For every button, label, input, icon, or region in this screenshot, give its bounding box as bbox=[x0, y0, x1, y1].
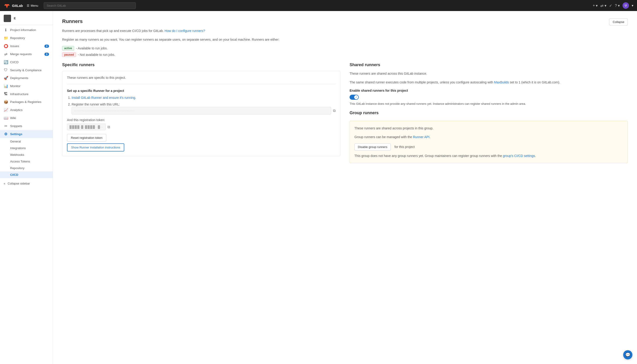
sidebar-sub-item-cicd[interactable]: CI/CD bbox=[0, 172, 53, 178]
cicd-icon: 🔄 bbox=[4, 60, 8, 64]
sidebar-nav-item-analytics[interactable]: 📈 Analytics bbox=[0, 106, 53, 114]
sidebar-nav-item-project-information[interactable]: ℹ Project information bbox=[0, 26, 53, 34]
sidebar-item-label: CI/CD bbox=[10, 60, 19, 64]
sidebar-sub-item-repository[interactable]: Repository bbox=[0, 165, 53, 172]
paused-badge: paused bbox=[62, 52, 76, 57]
sidebar-nav-item-infrastructure[interactable]: 🏗 Infrastructure bbox=[0, 90, 53, 98]
sidebar-nav-item-packages-registries[interactable]: 📦 Packages & Registries bbox=[0, 98, 53, 106]
sidebar: E ℹ Project information 📁 Repository ⭕ I… bbox=[0, 11, 53, 364]
infrastructure-icon: 🏗 bbox=[4, 92, 8, 96]
sidebar-nav-item-repository[interactable]: 📁 Repository bbox=[0, 34, 53, 42]
sidebar-item-label: Project information bbox=[10, 28, 36, 32]
gitlab-logo[interactable]: GitLab bbox=[4, 2, 23, 9]
sidebar-nav-item-settings[interactable]: ⚙ Settings bbox=[0, 130, 53, 138]
topnav-actions: + ▾ ⇄ ▾ ✓ ? ▾ U ▾ bbox=[593, 2, 633, 9]
sidebar-item-label: Snippets bbox=[10, 124, 22, 128]
enable-shared-runners-toggle[interactable]: ✓ bbox=[350, 95, 359, 100]
for-project-text: for this project bbox=[394, 145, 415, 149]
specific-runners-section: Specific runners These runners are speci… bbox=[62, 62, 340, 163]
avatar[interactable]: U bbox=[622, 2, 629, 9]
sidebar-item-label: Packages & Registries bbox=[10, 100, 41, 104]
avatar-chevron[interactable]: ▾ bbox=[632, 4, 633, 7]
merge-requests-badge: 0 bbox=[44, 52, 49, 56]
specific-runners-title: Specific runners bbox=[62, 62, 340, 67]
group-runners-box: These runners are shared across projects… bbox=[350, 121, 628, 163]
sidebar-nav-item-issues[interactable]: ⭕ Issues 0 bbox=[0, 42, 53, 50]
sidebar-item-label: Analytics bbox=[10, 108, 23, 112]
new-item-button[interactable]: + ▾ bbox=[593, 4, 598, 8]
badge-active-item: active - Available to run jobs. bbox=[62, 46, 628, 50]
group-runners-note: This group does not have any group runne… bbox=[354, 153, 623, 158]
project-header: E bbox=[0, 13, 53, 25]
enable-note: This GitLab instance does not provide an… bbox=[350, 102, 628, 106]
menu-button[interactable]: ☰ Menu bbox=[27, 4, 39, 7]
shared-runners-desc2: The same shared runner executes code fro… bbox=[350, 80, 628, 85]
collapse-icon: « bbox=[4, 182, 5, 185]
search-input[interactable] bbox=[44, 2, 136, 9]
copy-token-button[interactable]: ⧉ bbox=[107, 125, 110, 129]
badge-paused-item: paused - Not available to run jobs. bbox=[62, 52, 628, 57]
sidebar-sub-item-label: Access Tokens bbox=[10, 160, 30, 163]
runners-badge-list: active - Available to run jobs. paused -… bbox=[62, 46, 628, 57]
issues-icon: ⭕ bbox=[4, 44, 8, 48]
settings-icon: ⚙ bbox=[4, 132, 8, 136]
group-runners-manage: Group runners can be managed with the Ru… bbox=[354, 134, 623, 140]
disable-group-runners-button[interactable]: Disable group runners bbox=[354, 144, 391, 150]
sidebar-nav-item-wiki[interactable]: 📖 Wiki bbox=[0, 114, 53, 122]
sidebar-sub-item-webhooks[interactable]: Webhooks bbox=[0, 152, 53, 158]
shared-runners-section: Shared runners These runners are shared … bbox=[350, 62, 628, 163]
shared-runners-title: Shared runners bbox=[350, 62, 628, 67]
runners-header: Runners Collapse bbox=[62, 18, 628, 26]
toggle-knob: ✓ bbox=[354, 95, 358, 99]
specific-runners-box: These runners are specific to this proje… bbox=[62, 71, 340, 156]
sidebar-item-label: Infrastructure bbox=[10, 92, 29, 96]
install-runner-link[interactable]: Install GitLab Runner and ensure it's ru… bbox=[72, 96, 136, 100]
setup-title: Set up a specific Runner for a project bbox=[67, 89, 336, 92]
settings-sub-menu: General Integrations Webhooks Access Tok… bbox=[0, 138, 53, 178]
sidebar-sub-item-access-tokens[interactable]: Access Tokens bbox=[0, 158, 53, 165]
token-label: And this registration token: bbox=[67, 118, 336, 122]
sidebar-nav-item-cicd[interactable]: 🔄 CI/CD bbox=[0, 58, 53, 66]
paused-badge-desc: - Not available to run jobs. bbox=[78, 53, 115, 56]
reset-registration-token-button[interactable]: Reset registration token bbox=[67, 134, 106, 142]
sidebar-item-label: Wiki bbox=[10, 116, 16, 120]
sidebar-item-label: Monitor bbox=[10, 84, 21, 88]
todo-icon-btn[interactable]: ✓ bbox=[609, 4, 612, 8]
sidebar-item-label: Deployments bbox=[10, 76, 28, 80]
collapse-button[interactable]: Collapse bbox=[609, 18, 628, 26]
sidebar-sub-item-label: General bbox=[10, 140, 21, 143]
shared-runners-info: These runners are shared across this Git… bbox=[350, 71, 628, 163]
runner-action-buttons: Reset registration token Show Runner ins… bbox=[67, 134, 336, 152]
snippets-icon: ✂ bbox=[4, 124, 8, 128]
help-icon-btn[interactable]: ? ▾ bbox=[615, 4, 620, 8]
runners-two-column-layout: Specific runners These runners are speci… bbox=[62, 62, 628, 163]
top-navigation: GitLab ☰ Menu + ▾ ⇄ ▾ ✓ ? ▾ U ▾ bbox=[0, 0, 637, 11]
sidebar-sub-item-label: CI/CD bbox=[10, 173, 18, 176]
gitlab-wordmark: GitLab bbox=[12, 4, 23, 8]
enable-shared-runners-section: Enable shared runners for this project ✓… bbox=[350, 89, 628, 106]
sidebar-nav-item-merge-requests[interactable]: ⇄ Merge requests 0 bbox=[0, 50, 53, 58]
collapse-sidebar-button[interactable]: « Collapse sidebar bbox=[0, 180, 53, 187]
sidebar-nav-item-deployments[interactable]: 🚀 Deployments bbox=[0, 74, 53, 82]
chat-support-button[interactable]: 💬 bbox=[623, 350, 632, 360]
active-badge-desc: - Available to run jobs. bbox=[76, 46, 108, 50]
registration-token-field: ████·█·████··█·· bbox=[67, 124, 106, 130]
sidebar-nav-item-snippets[interactable]: ✂ Snippets bbox=[0, 122, 53, 130]
group-runners-desc: These runners are shared across projects… bbox=[354, 126, 623, 131]
issues-badge: 0 bbox=[44, 44, 49, 48]
merge-requests-icon-btn[interactable]: ⇄ ▾ bbox=[600, 4, 606, 8]
maxbuilds-link[interactable]: MaxBuilds bbox=[494, 80, 509, 84]
group-cicd-settings-link[interactable]: group's CI/CD settings bbox=[503, 154, 535, 158]
packages-icon: 📦 bbox=[4, 100, 8, 104]
sidebar-nav-item-security-compliance[interactable]: 🛡 Security & Compliance bbox=[0, 66, 53, 74]
configure-runners-link[interactable]: How do I configure runners? bbox=[164, 29, 205, 33]
runners-register-info: Register as many runners as you want. Yo… bbox=[62, 37, 628, 42]
copy-url-button[interactable]: ⧉ bbox=[333, 109, 336, 113]
sidebar-sub-item-general[interactable]: General bbox=[0, 138, 53, 145]
sidebar-item-label: Repository bbox=[10, 36, 25, 40]
sidebar-nav-item-monitor[interactable]: 📊 Monitor bbox=[0, 82, 53, 90]
repository-icon: 📁 bbox=[4, 36, 8, 40]
runner-api-link[interactable]: Runner API bbox=[413, 135, 430, 139]
show-runner-instructions-button[interactable]: Show Runner installation instructions bbox=[67, 144, 124, 152]
sidebar-sub-item-integrations[interactable]: Integrations bbox=[0, 145, 53, 152]
